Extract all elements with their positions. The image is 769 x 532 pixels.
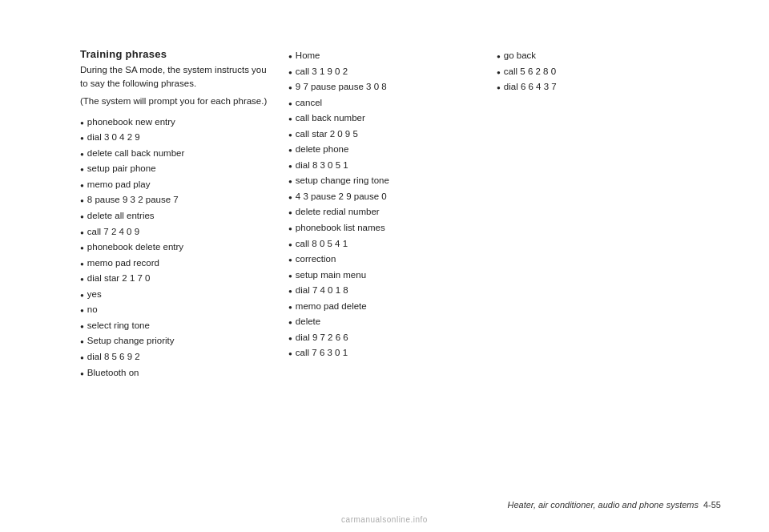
page-content: Training phrases During the SA mode, the… [0, 0, 769, 532]
list-item: 8 pause 9 3 2 pause 7 [80, 192, 272, 208]
list-item: call 8 0 5 4 1 [288, 236, 481, 252]
list-item: call 7 2 4 0 9 [80, 224, 272, 240]
left-phrase-list: phonebook new entrydial 3 0 4 2 9delete … [80, 115, 272, 381]
list-item: no [80, 302, 272, 318]
watermark: carmanualsonline.info [341, 515, 428, 524]
footer-label: Heater, air conditioner, audio and phone… [507, 500, 698, 510]
list-item: dial 8 3 0 5 1 [288, 158, 481, 174]
list-item: dial 6 6 4 3 7 [497, 79, 641, 95]
list-item: delete redial number [288, 204, 481, 220]
column-left: Training phrases During the SA mode, the… [80, 48, 288, 508]
list-item: setup change ring tone [288, 173, 481, 189]
right-phrase-list: go backcall 5 6 2 8 0dial 6 6 4 3 7 [497, 48, 641, 95]
list-item: memo pad play [80, 177, 272, 193]
section-note: (The system will prompt you for each phr… [80, 95, 272, 108]
list-item: Bluetooth on [80, 365, 272, 381]
list-item: dial 3 0 4 2 9 [80, 130, 272, 146]
list-item: call back number [288, 111, 481, 127]
list-item: delete phone [288, 142, 481, 158]
list-item: 4 3 pause 2 9 pause 0 [288, 189, 481, 205]
middle-phrase-list: Homecall 3 1 9 0 29 7 pause pause 3 0 8c… [288, 48, 481, 361]
list-item: phonebook list names [288, 220, 481, 236]
list-item: call 7 6 3 0 1 [288, 345, 481, 361]
list-item: select ring tone [80, 318, 272, 334]
list-item: memo pad record [80, 256, 272, 272]
page-number: 4-55 [703, 500, 721, 510]
list-item: phonebook new entry [80, 115, 272, 131]
column-right: go backcall 5 6 2 8 0dial 6 6 4 3 7 [497, 48, 657, 508]
columns-wrapper: Training phrases During the SA mode, the… [80, 48, 721, 508]
list-item: call star 2 0 9 5 [288, 127, 481, 143]
list-item: dial star 2 1 7 0 [80, 271, 272, 287]
list-item: delete [288, 314, 481, 330]
list-item: dial 8 5 6 9 2 [80, 349, 272, 365]
list-item: dial 9 7 2 6 6 [288, 330, 481, 346]
list-item: Setup change priority [80, 333, 272, 349]
footer-bar: Heater, air conditioner, audio and phone… [507, 500, 721, 510]
list-item: dial 7 4 0 1 8 [288, 283, 481, 299]
list-item: memo pad delete [288, 299, 481, 315]
list-item: call 3 1 9 0 2 [288, 64, 481, 80]
section-title: Training phrases [80, 48, 272, 60]
column-middle: Homecall 3 1 9 0 29 7 pause pause 3 0 8c… [288, 48, 497, 508]
list-item: delete all entries [80, 208, 272, 224]
list-item: correction [288, 252, 481, 268]
list-item: phonebook delete entry [80, 240, 272, 256]
list-item: call 5 6 2 8 0 [497, 64, 641, 80]
section-description: During the SA mode, the system instructs… [80, 63, 272, 91]
list-item: delete call back number [80, 146, 272, 162]
list-item: cancel [288, 95, 481, 111]
list-item: setup main menu [288, 268, 481, 284]
list-item: setup pair phone [80, 161, 272, 177]
list-item: Home [288, 48, 481, 64]
list-item: 9 7 pause pause 3 0 8 [288, 79, 481, 95]
list-item: go back [497, 48, 641, 64]
list-item: yes [80, 287, 272, 303]
